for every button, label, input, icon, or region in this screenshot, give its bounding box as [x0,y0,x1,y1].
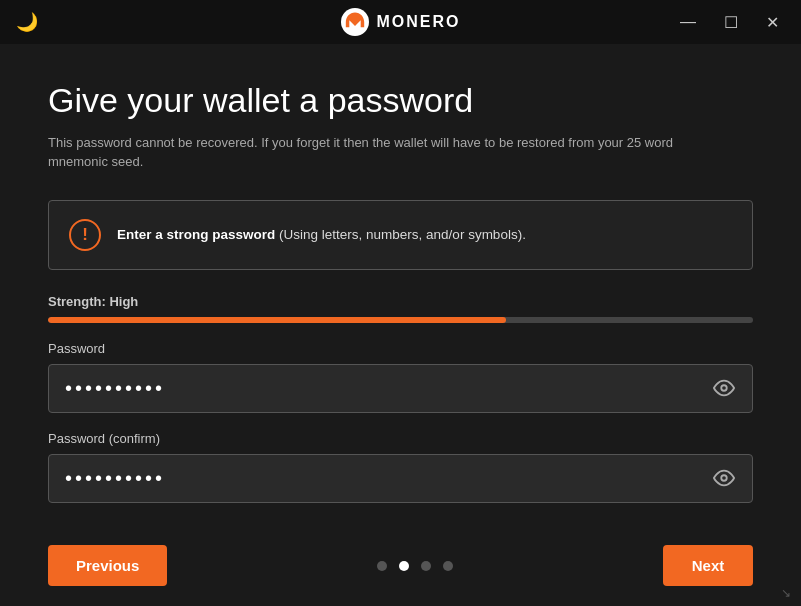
strength-section: Strength: High [48,294,753,323]
minimize-button[interactable]: — [674,9,702,35]
warning-bold-text: Enter a strong password [117,227,275,242]
eye-icon [713,377,735,399]
page-title: Give your wallet a password [48,80,753,121]
title-bar-left: 🌙 [16,11,38,33]
close-button[interactable]: ✕ [760,9,785,36]
warning-box: ! Enter a strong password (Using letters… [48,200,753,270]
title-bar-right: — ☐ ✕ [674,9,785,36]
strength-bar-background [48,317,753,323]
svg-point-1 [721,386,727,392]
warning-icon: ! [69,219,101,251]
main-content: Give your wallet a password This passwor… [0,44,801,541]
next-button[interactable]: Next [663,545,753,586]
bottom-navigation: Previous Next [0,529,801,606]
strength-bar-fill [48,317,506,323]
strength-label: Strength: High [48,294,753,309]
title-bar-center: MONERO [341,8,461,36]
confirm-password-label: Password (confirm) [48,431,753,446]
resize-handle[interactable]: ↘ [781,586,797,602]
password-input-wrapper [48,364,753,413]
warning-rest-text: (Using letters, numbers, and/or symbols)… [275,227,526,242]
password-field-section: Password [48,341,753,413]
subtitle-text: This password cannot be recovered. If yo… [48,133,728,172]
confirm-password-field-section: Password (confirm) [48,431,753,503]
svg-point-2 [721,476,727,482]
password-label: Password [48,341,753,356]
eye-confirm-icon [713,467,735,489]
pagination-dot-2[interactable] [399,561,409,571]
previous-button[interactable]: Previous [48,545,167,586]
warning-text: Enter a strong password (Using letters, … [117,227,526,242]
password-input[interactable] [48,364,753,413]
title-bar: 🌙 MONERO — ☐ ✕ [0,0,801,44]
confirm-password-input-wrapper [48,454,753,503]
confirm-password-input[interactable] [48,454,753,503]
app-title: MONERO [377,13,461,31]
pagination-dots [377,561,453,571]
moon-icon[interactable]: 🌙 [16,11,38,33]
pagination-dot-4[interactable] [443,561,453,571]
pagination-dot-3[interactable] [421,561,431,571]
password-toggle-visibility-button[interactable] [709,373,739,403]
confirm-password-toggle-visibility-button[interactable] [709,463,739,493]
pagination-dot-1[interactable] [377,561,387,571]
maximize-button[interactable]: ☐ [718,9,744,36]
monero-logo-icon [341,8,369,36]
